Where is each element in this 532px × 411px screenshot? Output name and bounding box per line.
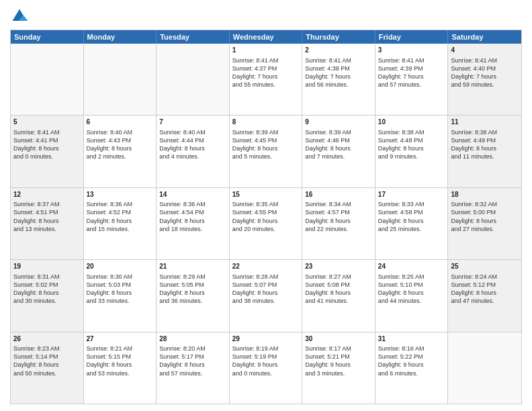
day-text: Sunrise: 8:36 AM [159,200,226,208]
day-number: 17 [378,190,445,199]
header-day-saturday: Saturday [448,30,521,44]
day-number: 29 [232,334,300,344]
day-text: Daylight: 7 hours [305,73,372,81]
day-text: Sunset: 5:03 PM [87,281,154,289]
cal-cell: 7Sunrise: 8:40 AMSunset: 4:44 PMDaylight… [157,116,230,187]
day-text: Daylight: 8 hours [13,361,81,369]
day-text: Sunrise: 8:40 AM [87,128,154,136]
day-text: and 11 minutes. [451,152,519,161]
day-text: Sunset: 4:57 PM [305,208,372,216]
day-number: 3 [378,46,445,55]
day-number: 6 [87,118,154,127]
day-number: 10 [378,118,445,127]
day-text: Sunset: 4:43 PM [87,136,154,144]
day-text: and 56 minutes. [305,81,372,89]
day-text: Sunrise: 8:33 AM [378,200,445,208]
header-day-sunday: Sunday [11,30,84,44]
day-text: and 30 minutes. [13,297,81,305]
calendar-body: 1Sunrise: 8:41 AMSunset: 4:37 PMDaylight… [11,44,521,404]
day-text: Sunset: 5:02 PM [13,281,81,289]
week-row-2: 12Sunrise: 8:37 AMSunset: 4:51 PMDayligh… [11,187,521,259]
day-text: Sunset: 5:10 PM [378,281,445,289]
day-text: Sunrise: 8:41 AM [232,56,300,64]
day-text: Sunset: 5:21 PM [305,353,372,361]
cal-cell: 22Sunrise: 8:28 AMSunset: 5:07 PMDayligh… [230,260,303,331]
cal-cell: 15Sunrise: 8:35 AMSunset: 4:55 PMDayligh… [230,188,303,259]
day-number: 28 [159,334,226,344]
day-text: Sunset: 4:37 PM [232,64,300,73]
day-text: Sunrise: 8:20 AM [159,345,226,353]
day-text: Daylight: 8 hours [232,144,300,152]
day-text: Sunrise: 8:29 AM [159,273,226,281]
day-text: and 22 minutes. [305,225,372,233]
day-text: Sunrise: 8:38 AM [378,128,445,136]
day-text: and 0 minutes. [232,369,300,377]
day-text: and 55 minutes. [232,81,300,89]
day-text: Sunset: 4:52 PM [87,208,154,216]
day-text: Daylight: 8 hours [305,217,372,225]
day-number: 30 [305,334,372,344]
day-text: and 53 minutes. [87,369,154,377]
week-row-0: 1Sunrise: 8:41 AMSunset: 4:37 PMDaylight… [11,44,521,115]
day-text: Sunrise: 8:21 AM [87,345,154,353]
cal-cell: 19Sunrise: 8:31 AMSunset: 5:02 PMDayligh… [11,260,84,331]
day-text: Daylight: 7 hours [378,73,445,81]
day-text: Daylight: 8 hours [159,217,226,225]
day-text: Daylight: 8 hours [378,289,445,297]
day-text: Daylight: 8 hours [159,144,226,152]
cal-cell: 1Sunrise: 8:41 AMSunset: 4:37 PMDaylight… [230,44,303,115]
day-number: 7 [159,118,226,127]
day-text: and 44 minutes. [378,297,445,305]
day-text: Sunset: 4:38 PM [305,64,372,73]
header-day-thursday: Thursday [302,30,375,44]
day-text: and 38 minutes. [232,297,300,305]
day-text: Sunrise: 8:23 AM [13,345,81,353]
day-text: Sunrise: 8:30 AM [87,273,154,281]
day-text: Sunset: 5:00 PM [451,208,519,216]
day-text: and 18 minutes. [159,225,226,233]
day-text: Sunrise: 8:27 AM [305,273,372,281]
day-number: 5 [13,118,81,127]
header-day-wednesday: Wednesday [230,30,303,44]
cal-cell [448,332,521,404]
day-text: and 2 minutes. [87,152,154,161]
cal-cell: 11Sunrise: 8:38 AMSunset: 4:49 PMDayligh… [448,116,521,187]
day-text: and 57 minutes. [159,369,226,377]
day-text: Daylight: 8 hours [13,217,81,225]
day-text: Sunset: 4:41 PM [13,136,81,144]
cal-cell: 29Sunrise: 8:19 AMSunset: 5:19 PMDayligh… [230,332,303,404]
day-text: Sunrise: 8:40 AM [159,128,226,136]
day-text: and 27 minutes. [451,225,519,233]
day-number: 24 [378,262,445,271]
cal-cell: 2Sunrise: 8:41 AMSunset: 4:38 PMDaylight… [302,44,375,115]
day-number: 16 [305,190,372,199]
day-text: Sunrise: 8:31 AM [13,273,81,281]
day-text: Daylight: 8 hours [159,361,226,369]
day-text: Daylight: 8 hours [13,289,81,297]
day-text: and 5 minutes. [232,152,300,161]
day-text: Daylight: 8 hours [451,144,519,152]
day-text: Sunset: 4:55 PM [232,208,300,216]
day-number: 20 [87,262,154,271]
day-text: Sunrise: 8:36 AM [87,200,154,208]
cal-cell: 30Sunrise: 8:17 AMSunset: 5:21 PMDayligh… [302,332,375,404]
day-text: and 6 minutes. [378,369,445,377]
day-text: Sunrise: 8:39 AM [305,128,372,136]
day-text: Sunset: 5:07 PM [232,281,300,289]
day-text: Daylight: 8 hours [87,144,154,152]
day-text: and 13 minutes. [13,225,81,233]
day-text: Sunrise: 8:28 AM [232,273,300,281]
day-text: Daylight: 8 hours [378,217,445,225]
day-text: Sunset: 5:19 PM [232,353,300,361]
day-number: 8 [232,118,300,127]
day-text: Sunrise: 8:41 AM [378,56,445,64]
day-text: and 9 minutes. [378,152,445,161]
calendar: SundayMondayTuesdayWednesdayThursdayFrid… [10,30,522,404]
day-number: 23 [305,262,372,271]
day-number: 13 [87,190,154,199]
header-day-tuesday: Tuesday [157,30,230,44]
header-day-friday: Friday [375,30,449,44]
cal-cell: 25Sunrise: 8:24 AMSunset: 5:12 PMDayligh… [448,260,521,331]
header-day-monday: Monday [84,30,157,44]
day-text: Sunrise: 8:34 AM [305,200,372,208]
